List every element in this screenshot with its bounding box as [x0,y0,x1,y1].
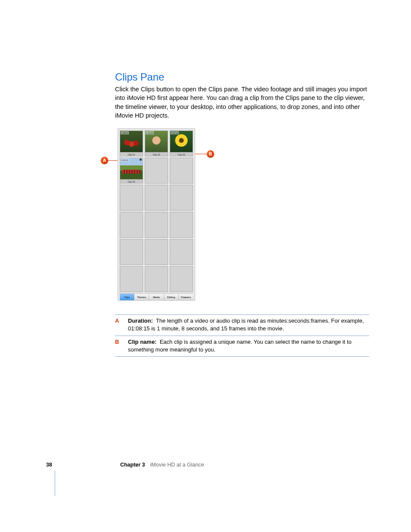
clip-name[interactable]: Clip 04 [120,179,143,183]
chapter-label: Chapter 3 [120,462,145,468]
clip-cell-empty[interactable] [120,266,143,292]
clip-cell-empty[interactable] [145,266,168,292]
clip-duration: 1:15:00 [146,131,154,134]
clips-tab-bar: ClipsThemesMediaEditingChapters [120,293,193,300]
clips-pane-figure: A B 1:08:01Clip 011:15:00Clip 020:30:19C… [118,128,200,301]
page-number: 38 [46,462,52,468]
clip-cell[interactable]: 0:05:00Clip 04 [120,158,143,184]
clip-cell-empty[interactable] [120,239,143,265]
callout-definitions: A Duration: The length of a video or aud… [115,314,369,357]
clip-duration: 0:05:00 [121,159,129,162]
clip-cell-empty[interactable] [170,212,193,238]
clip-name[interactable]: Clip 01 [120,152,143,156]
clip-cell-empty[interactable] [145,239,168,265]
tab-media[interactable]: Media [149,294,164,300]
page-footer: 38 Chapter 3 iMovie HD at a Glance [46,462,204,468]
tab-themes[interactable]: Themes [134,294,149,300]
clip-cell[interactable]: 1:08:01Clip 01 [120,131,143,156]
section-body: Click the Clips button to open the Clips… [115,85,369,120]
clip-cell-empty[interactable] [145,212,168,238]
clip-cell-empty[interactable] [170,185,193,211]
footer-rule [55,470,55,496]
definition-row-b: B Clip name: Each clip is assigned a uni… [115,336,369,357]
clip-duration: 0:30:19 [171,131,179,134]
clip-cell-empty[interactable] [170,158,193,184]
callout-badge-b: B [207,150,214,158]
clip-duration: 1:08:01 [121,131,129,134]
chapter-title: iMovie HD at a Glance [150,462,204,468]
definition-row-a: A Duration: The length of a video or aud… [115,314,369,335]
clip-name[interactable]: Clip 03 [170,152,193,156]
clip-cell[interactable]: 1:15:00Clip 02 [145,131,168,156]
clip-cell[interactable]: 0:30:19Clip 03 [170,131,193,156]
section-heading: Clips Pane [115,71,369,83]
definition-text: Clip name: Each clip is assigned a uniqu… [128,338,369,354]
definition-text: Duration: The length of a video or audio… [128,317,369,333]
clips-panel: 1:08:01Clip 011:15:00Clip 020:30:19Clip … [118,128,195,301]
clip-cell-empty[interactable] [145,158,168,184]
clip-cell-empty[interactable] [120,185,143,211]
tab-chapters[interactable]: Chapters [179,294,193,300]
clip-cell-empty[interactable] [120,212,143,238]
clip-cell-empty[interactable] [170,239,193,265]
clip-cell-empty[interactable] [170,266,193,292]
definition-letter: B [115,338,128,354]
tab-editing[interactable]: Editing [164,294,179,300]
callout-badge-a: A [101,157,108,164]
clip-name[interactable]: Clip 02 [145,152,168,156]
definition-letter: A [115,317,128,333]
clip-cell-empty[interactable] [145,185,168,211]
tab-clips[interactable]: Clips [120,294,134,300]
audio-icon [140,159,142,161]
